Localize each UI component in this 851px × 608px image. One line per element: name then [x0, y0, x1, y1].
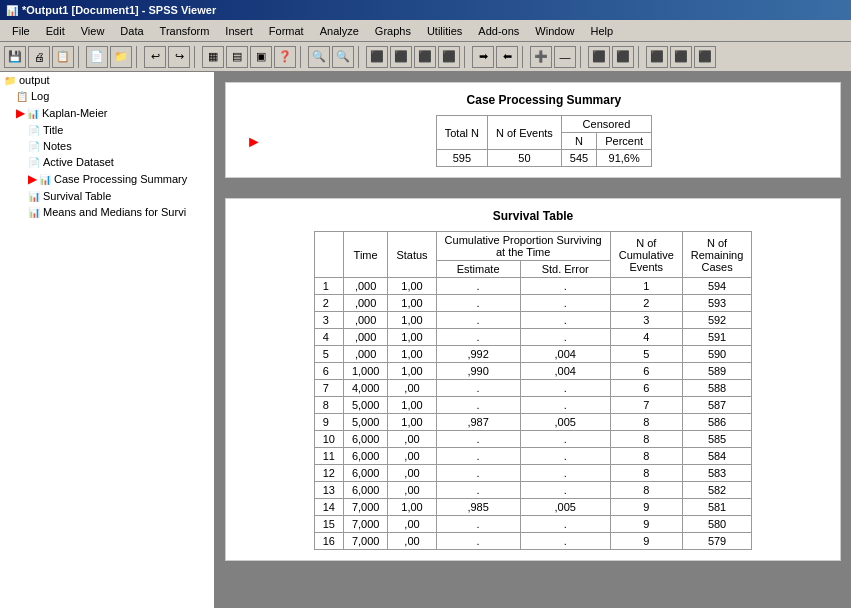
- redo-btn[interactable]: ↪: [168, 46, 190, 68]
- menu-item-graphs[interactable]: Graphs: [367, 23, 419, 39]
- row-estimate: .: [436, 465, 520, 482]
- sidebar-item-active-dataset[interactable]: 📄Active Dataset: [0, 154, 214, 170]
- content-area[interactable]: ► Case Processing Summary Total N N of E…: [215, 72, 851, 608]
- menu-item-data[interactable]: Data: [112, 23, 151, 39]
- survival-table-title: Survival Table: [246, 209, 820, 223]
- row-time: 6,000: [343, 482, 388, 499]
- row-status: ,00: [388, 465, 436, 482]
- title-bar: 📊 *Output1 [Document1] - SPSS Viewer: [0, 0, 851, 20]
- btn2[interactable]: ⬛: [390, 46, 412, 68]
- row-remaining: 593: [682, 295, 752, 312]
- menu-item-insert[interactable]: Insert: [217, 23, 261, 39]
- tb-b[interactable]: ⬛: [612, 46, 634, 68]
- menu-item-format[interactable]: Format: [261, 23, 312, 39]
- censored-n-value: 545: [561, 150, 596, 167]
- row-remaining: 579: [682, 533, 752, 550]
- row-time: 6,000: [343, 431, 388, 448]
- view-btn[interactable]: ▦: [202, 46, 224, 68]
- sidebar-item-label: Active Dataset: [43, 156, 114, 168]
- menu-item-view[interactable]: View: [73, 23, 113, 39]
- sidebar-item-output[interactable]: 📁output: [0, 72, 214, 88]
- sidebar-item-kaplan-meier[interactable]: ▶📊Kaplan-Meier: [0, 104, 214, 122]
- col-estimate: Estimate: [436, 261, 520, 278]
- menu-item-transform[interactable]: Transform: [152, 23, 218, 39]
- row-status: 1,00: [388, 278, 436, 295]
- row-estimate: .: [436, 431, 520, 448]
- sidebar-item-survival-table[interactable]: 📊Survival Table: [0, 188, 214, 204]
- row-estimate: ,992: [436, 346, 520, 363]
- main-layout: 📁output📋Log▶📊Kaplan-Meier📄Title📄Notes📄Ac…: [0, 72, 851, 608]
- sidebar-item-icon: 📁: [4, 75, 16, 86]
- zoom-out-btn[interactable]: 🔍: [332, 46, 354, 68]
- paste-btn[interactable]: 📋: [52, 46, 74, 68]
- sidebar-item-icon: 📄: [28, 157, 40, 168]
- menu-item-file[interactable]: File: [4, 23, 38, 39]
- row-status: 1,00: [388, 397, 436, 414]
- row-status: 1,00: [388, 312, 436, 329]
- menu-item-window[interactable]: Window: [527, 23, 582, 39]
- tb-e[interactable]: ⬛: [694, 46, 716, 68]
- new-btn[interactable]: 📄: [86, 46, 108, 68]
- plus-btn[interactable]: ➕: [530, 46, 552, 68]
- save-btn[interactable]: 💾: [4, 46, 26, 68]
- row-stderror: .: [520, 533, 610, 550]
- row-remaining: 588: [682, 380, 752, 397]
- row-remaining: 581: [682, 499, 752, 516]
- sidebar-item-title[interactable]: 📄Title: [0, 122, 214, 138]
- row-num: 12: [314, 465, 343, 482]
- sidebar-item-means-medians[interactable]: 📊Means and Medians for Survi: [0, 204, 214, 220]
- tb-c[interactable]: ⬛: [646, 46, 668, 68]
- col-censored-pct: Percent: [597, 133, 652, 150]
- total-n-value: 595: [436, 150, 487, 167]
- prev-btn[interactable]: ⬅: [496, 46, 518, 68]
- col-n-cum-events: N ofCumulativeEvents: [610, 232, 682, 278]
- row-cumevents: 4: [610, 329, 682, 346]
- case-processing-section: ► Case Processing Summary Total N N of E…: [225, 82, 841, 178]
- survival-table: Time Status Cumulative Proportion Surviv…: [314, 231, 753, 550]
- row-stderror: ,005: [520, 499, 610, 516]
- sidebar-item-label: output: [19, 74, 50, 86]
- row-time: ,000: [343, 278, 388, 295]
- sidebar-item-icon: 📊: [28, 207, 40, 218]
- menu-item-edit[interactable]: Edit: [38, 23, 73, 39]
- help-btn[interactable]: ❓: [274, 46, 296, 68]
- row-stderror: .: [520, 465, 610, 482]
- row-estimate: ,987: [436, 414, 520, 431]
- row-estimate: ,990: [436, 363, 520, 380]
- row-stderror: .: [520, 312, 610, 329]
- print-btn[interactable]: 🖨: [28, 46, 50, 68]
- menu-item-utilities[interactable]: Utilities: [419, 23, 470, 39]
- open-btn[interactable]: 📁: [110, 46, 132, 68]
- row-num: 3: [314, 312, 343, 329]
- row-status: ,00: [388, 533, 436, 550]
- undo-btn[interactable]: ↩: [144, 46, 166, 68]
- row-cumevents: 8: [610, 482, 682, 499]
- row-stderror: ,004: [520, 363, 610, 380]
- row-stderror: .: [520, 482, 610, 499]
- next-btn[interactable]: ➡: [472, 46, 494, 68]
- row-time: 6,000: [343, 465, 388, 482]
- sidebar-item-icon: 📊: [28, 191, 40, 202]
- tb-d[interactable]: ⬛: [670, 46, 692, 68]
- tb-a[interactable]: ⬛: [588, 46, 610, 68]
- zoom-in-btn[interactable]: 🔍: [308, 46, 330, 68]
- btn4[interactable]: ⬛: [438, 46, 460, 68]
- btn1[interactable]: ⬛: [366, 46, 388, 68]
- menu-item-help[interactable]: Help: [582, 23, 621, 39]
- row-time: 7,000: [343, 499, 388, 516]
- sidebar-item-label: Log: [31, 90, 49, 102]
- menu-item-add-ons[interactable]: Add-ons: [470, 23, 527, 39]
- sidebar-item-case-processing[interactable]: ▶📊Case Processing Summary: [0, 170, 214, 188]
- row-estimate: .: [436, 533, 520, 550]
- row-num: 5: [314, 346, 343, 363]
- chart-btn[interactable]: ▣: [250, 46, 272, 68]
- row-status: ,00: [388, 431, 436, 448]
- sidebar-item-log[interactable]: 📋Log: [0, 88, 214, 104]
- sidebar-item-notes[interactable]: 📄Notes: [0, 138, 214, 154]
- menu-item-analyze[interactable]: Analyze: [312, 23, 367, 39]
- sidebar-item-label: Kaplan-Meier: [42, 107, 107, 119]
- layout-btn[interactable]: ▤: [226, 46, 248, 68]
- minus-btn[interactable]: —: [554, 46, 576, 68]
- row-status: 1,00: [388, 346, 436, 363]
- btn3[interactable]: ⬛: [414, 46, 436, 68]
